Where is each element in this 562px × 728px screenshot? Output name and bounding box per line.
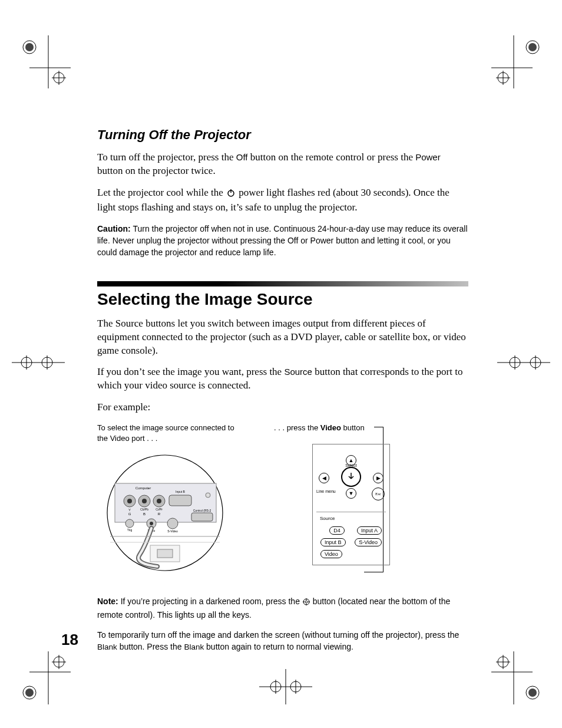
- svg-rect-73: [157, 549, 173, 558]
- blank-label: Blank: [97, 643, 117, 651]
- power-label: Power: [415, 152, 441, 162]
- text-run: button on the projector twice.: [97, 165, 216, 176]
- remote-d4-button: D4: [329, 526, 345, 535]
- text-run: button. Press the: [117, 642, 184, 651]
- svg-point-65: [125, 519, 134, 528]
- svg-point-51: [142, 499, 147, 503]
- example-figure-row: To select the image source connected to …: [97, 423, 468, 580]
- svg-point-68: [150, 522, 153, 525]
- caution-note: Caution: Turn the projector off when not…: [97, 223, 468, 259]
- ports-computer-label: Computer: [135, 486, 151, 490]
- blank-label: Blank: [184, 643, 204, 651]
- text-run: button: [341, 423, 365, 432]
- subsection-title: Turning Off the Projector: [97, 127, 468, 143]
- remote-input-a-button: Input A: [357, 526, 382, 535]
- svg-point-49: [127, 499, 132, 503]
- body-paragraph: If you don’t see the image you want, pre…: [97, 365, 468, 393]
- svg-point-77: [305, 601, 308, 603]
- svg-rect-60: [169, 495, 191, 506]
- svg-rect-63: [191, 513, 213, 521]
- page-number: 18: [61, 631, 78, 649]
- remote-s-video-button: S-Video: [355, 538, 382, 546]
- power-icon: [227, 187, 235, 201]
- svg-text:Cb/Pb: Cb/Pb: [140, 508, 148, 511]
- projector-ports-illustration: Computer Y Cb/Pb Cr/Pr G B R Input B Con…: [97, 454, 244, 580]
- remote-video-button: Video: [320, 550, 342, 558]
- callout-leader-line: [374, 427, 384, 427]
- select-button-icon: [341, 467, 361, 487]
- callout-right: . . . press the Video button: [272, 423, 431, 433]
- remote-control-illustration: ▲ Select ◀ ▶ Line menu: [312, 444, 390, 565]
- body-paragraph: For example:: [97, 401, 468, 414]
- body-paragraph: To turn off the projector, press the Off…: [97, 151, 468, 178]
- svg-text:R: R: [158, 512, 161, 516]
- svg-text:Trig: Trig: [127, 528, 133, 532]
- caution-text: Turn the projector off when not in use. …: [97, 224, 468, 258]
- svg-text:Cr/Pr: Cr/Pr: [156, 508, 163, 511]
- svg-text:S-Video: S-Video: [167, 529, 178, 533]
- registration-mark: [259, 669, 312, 704]
- registration-mark: [18, 35, 71, 88]
- registration-mark: [491, 35, 544, 88]
- section-title: Selecting the Image Source: [97, 290, 468, 309]
- registration-mark: [497, 348, 550, 377]
- remote-source-label: Source: [313, 512, 389, 521]
- text-run: To temporarily turn off the image and da…: [97, 630, 459, 640]
- esc-button: Esc: [372, 487, 385, 500]
- svg-point-53: [157, 499, 161, 503]
- text-run: button on the remote control or press th…: [248, 151, 416, 163]
- text-run: Let the projector cool while the: [97, 187, 226, 198]
- registration-mark: [18, 651, 71, 704]
- text-run: . . . press the: [274, 423, 320, 432]
- body-paragraph: The Source buttons let you switch betwee…: [97, 317, 468, 358]
- body-paragraph: Let the projector cool while the power l…: [97, 186, 468, 215]
- text-run: To turn off the projector, press the: [97, 151, 236, 163]
- note-label: Note:: [97, 597, 118, 606]
- remote-input-b-button: Input B: [320, 538, 346, 546]
- svg-text:Control (RS-2: Control (RS-2: [193, 509, 211, 512]
- svg-text:G: G: [128, 512, 131, 516]
- registration-mark: [491, 651, 544, 704]
- caution-label: Caution:: [97, 224, 131, 233]
- svg-point-32: [528, 689, 537, 697]
- down-arrow-icon: ▼: [346, 488, 356, 499]
- off-label: Off: [236, 152, 248, 162]
- right-arrow-icon: ▶: [373, 473, 384, 483]
- svg-point-25: [25, 689, 34, 697]
- section-divider: [97, 281, 468, 286]
- svg-text:Y: Y: [128, 508, 131, 512]
- registration-mark: [12, 348, 65, 377]
- svg-point-8: [528, 43, 537, 51]
- callout-left: To select the image source connected to …: [97, 423, 244, 443]
- light-button-icon: [303, 597, 310, 608]
- svg-text:Input B: Input B: [176, 490, 186, 493]
- svg-point-62: [206, 493, 210, 498]
- tip-paragraph: To temporarily turn off the image and da…: [97, 629, 468, 653]
- note-text: If you’re projecting in a darkened room,…: [118, 597, 302, 606]
- source-label: Source: [284, 367, 312, 377]
- video-label: Video: [320, 423, 341, 432]
- svg-text:B: B: [143, 512, 146, 516]
- text-run: If you don’t see the image you want, pre…: [97, 366, 284, 377]
- text-run: button again to return to normal viewing…: [204, 642, 353, 651]
- callout-leader-line: [364, 572, 384, 572]
- svg-point-70: [167, 518, 178, 529]
- note: Note: If you’re projecting in a darkened…: [97, 595, 468, 621]
- svg-point-1: [25, 43, 34, 51]
